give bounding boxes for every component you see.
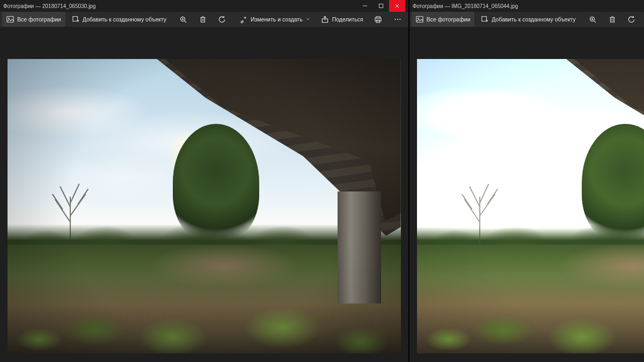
svg-point-22	[394, 19, 396, 20]
app-root: Фотографии — 20180714_065030.jpg Все фот…	[0, 0, 644, 362]
svg-rect-13	[201, 18, 204, 23]
more-icon	[394, 16, 401, 23]
add-to-creation-icon	[72, 16, 79, 23]
share-label: Поделиться	[332, 16, 363, 23]
more-button[interactable]	[389, 12, 406, 27]
zoom-icon	[179, 16, 187, 24]
svg-rect-36	[416, 17, 423, 23]
maximize-button[interactable]	[373, 0, 389, 12]
all-photos-label: Все фотографии	[17, 16, 61, 23]
image-icon	[416, 16, 423, 23]
svg-line-10	[185, 20, 187, 23]
svg-point-23	[397, 19, 398, 20]
toolbar: Все фотографии Добавить к созданному объ…	[0, 12, 408, 27]
toolbar: Все фотографии Добавить к созданному объ…	[409, 12, 644, 27]
zoom-icon	[589, 16, 597, 24]
delete-icon	[609, 16, 616, 23]
add-to-creation-button[interactable]: Добавить к созданному объекту	[68, 12, 171, 27]
image-viewport[interactable]	[0, 27, 408, 362]
rotate-button[interactable]	[623, 12, 640, 27]
minimize-button[interactable]	[357, 0, 373, 12]
add-to-creation-label: Добавить к созданному объекту	[492, 16, 575, 23]
rotate-icon	[218, 16, 226, 24]
svg-point-24	[399, 19, 400, 20]
image-icon	[6, 16, 14, 23]
zoom-button[interactable]	[584, 12, 602, 27]
edit-create-label: Изменить и создать	[251, 16, 303, 23]
delete-icon	[199, 16, 207, 23]
edit-tools-icon	[239, 16, 247, 24]
rotate-icon	[627, 16, 635, 24]
svg-rect-45	[610, 18, 614, 23]
svg-rect-1	[379, 4, 383, 8]
svg-rect-20	[375, 18, 381, 21]
printer-icon	[374, 16, 382, 24]
svg-rect-6	[72, 17, 77, 21]
pane-right: Фотографии — IMG_20180714_065044.jpg Все…	[408, 0, 644, 362]
edit-create-button[interactable]: Изменить и создать	[235, 12, 314, 27]
photo-content	[8, 59, 401, 353]
titlebar[interactable]: Фотографии — 20180714_065030.jpg	[0, 0, 408, 12]
image-viewport[interactable]	[409, 27, 644, 362]
svg-point-5	[8, 18, 9, 19]
share-button[interactable]: Поделиться	[317, 12, 368, 27]
add-to-creation-icon	[481, 16, 488, 23]
photo-content	[417, 59, 644, 353]
svg-line-42	[594, 20, 596, 23]
svg-point-37	[418, 18, 419, 19]
share-icon	[321, 16, 329, 24]
svg-rect-4	[7, 17, 13, 23]
add-to-creation-label: Добавить к созданному объекту	[83, 16, 166, 23]
close-button[interactable]	[389, 0, 405, 12]
print-button[interactable]	[370, 12, 387, 27]
all-photos-button[interactable]: Все фотографии	[412, 12, 475, 27]
svg-rect-38	[482, 17, 487, 21]
all-photos-button[interactable]: Все фотографии	[2, 12, 65, 27]
delete-button[interactable]	[604, 12, 621, 27]
add-to-creation-button[interactable]: Добавить к созданному объекту	[477, 12, 580, 27]
window-title: Фотографии — 20180714_065030.jpg	[3, 3, 96, 9]
delete-button[interactable]	[194, 12, 211, 27]
titlebar[interactable]: Фотографии — IMG_20180714_065044.jpg	[409, 0, 644, 12]
all-photos-label: Все фотографии	[427, 16, 471, 23]
zoom-button[interactable]	[175, 12, 192, 27]
pane-left: Фотографии — 20180714_065030.jpg Все фот…	[0, 0, 408, 362]
window-title: Фотографии — IMG_20180714_065044.jpg	[413, 3, 518, 9]
rotate-button[interactable]	[214, 12, 231, 27]
chevron-down-icon	[306, 17, 310, 21]
